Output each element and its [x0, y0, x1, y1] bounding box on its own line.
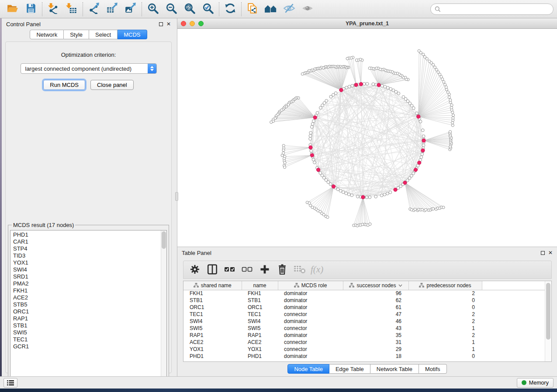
- table-cell[interactable]: 31: [343, 339, 408, 346]
- table-cell[interactable]: STB1: [183, 297, 242, 304]
- table-cell[interactable]: 1: [408, 325, 482, 332]
- table-cell[interactable]: SWI5: [183, 325, 242, 332]
- table-cell[interactable]: 62: [343, 297, 408, 304]
- column-header-name[interactable]: name: [242, 281, 278, 290]
- table-cell[interactable]: ORC1: [242, 304, 278, 311]
- window-zoom-icon[interactable]: [198, 21, 204, 26]
- export-image-button[interactable]: [121, 1, 140, 17]
- table-cell[interactable]: FKH1: [183, 290, 242, 297]
- table-cell[interactable]: ACE2: [242, 339, 278, 346]
- tab-network[interactable]: Network: [30, 30, 64, 39]
- mcds-result-item[interactable]: RAP1: [13, 315, 166, 322]
- zoom-in-button[interactable]: [144, 1, 162, 17]
- tab-node-table[interactable]: Node Table: [287, 364, 329, 374]
- table-cell[interactable]: 61: [343, 304, 408, 311]
- mcds-result-item[interactable]: TID3: [13, 252, 166, 259]
- table-cell[interactable]: PHD1: [183, 353, 242, 360]
- table-cell[interactable]: ORC1: [183, 304, 242, 311]
- hide-selected-button[interactable]: [280, 1, 298, 17]
- table-cell[interactable]: [482, 325, 545, 332]
- mcds-result-item[interactable]: FKH1: [13, 287, 166, 294]
- mcds-result-item[interactable]: GCR1: [13, 343, 166, 350]
- table-cell[interactable]: SWI4: [183, 318, 242, 325]
- save-session-button[interactable]: [22, 1, 40, 17]
- table-cell[interactable]: 43: [343, 325, 408, 332]
- table-cell[interactable]: 2: [408, 290, 482, 297]
- tab-style[interactable]: Style: [64, 30, 89, 39]
- add-row-button[interactable]: [257, 262, 273, 277]
- close-panel-icon[interactable]: ✕: [166, 21, 171, 27]
- mcds-result-item[interactable]: ACE2: [13, 294, 166, 301]
- table-cell[interactable]: [482, 318, 545, 325]
- import-network-button[interactable]: [44, 1, 62, 17]
- table-scrollbar[interactable]: [545, 281, 551, 361]
- table-cell[interactable]: TEC1: [183, 311, 242, 318]
- table-cell[interactable]: SWI5: [242, 325, 278, 332]
- table-cell[interactable]: 29: [343, 346, 408, 353]
- memory-button[interactable]: Memory: [517, 378, 554, 388]
- table-cell[interactable]: [482, 339, 545, 346]
- mcds-result-item[interactable]: PMA2: [13, 280, 166, 287]
- mcds-result-item[interactable]: YOX1: [13, 259, 166, 266]
- table-cell[interactable]: 96: [343, 290, 408, 297]
- table-cell[interactable]: 0: [408, 304, 482, 311]
- table-cell[interactable]: STB1: [242, 297, 278, 304]
- network-window-titlebar[interactable]: YPA_prune.txt_1: [177, 18, 557, 29]
- mcds-result-item[interactable]: STB5: [13, 301, 166, 308]
- table-cell[interactable]: 46: [343, 318, 408, 325]
- mcds-result-item[interactable]: PHD1: [13, 231, 166, 238]
- table-cell[interactable]: connector: [278, 339, 343, 346]
- delete-row-button[interactable]: [274, 262, 290, 277]
- mcds-result-item[interactable]: ORC1: [13, 308, 166, 315]
- refresh-button[interactable]: [221, 1, 239, 17]
- table-cell[interactable]: connector: [278, 311, 343, 318]
- window-minimize-icon[interactable]: [190, 21, 195, 26]
- duplicate-network-button[interactable]: [243, 1, 262, 17]
- close-table-panel-icon[interactable]: ✕: [548, 250, 553, 255]
- table-cell[interactable]: [482, 304, 545, 311]
- table-cell[interactable]: YOX1: [242, 346, 278, 353]
- table-cell[interactable]: PHD1: [242, 353, 278, 360]
- table-cell[interactable]: dominator: [278, 290, 343, 297]
- column-header-successor-nodes[interactable]: successor nodes: [343, 281, 408, 290]
- table-cell[interactable]: 47: [343, 311, 408, 318]
- table-cell[interactable]: [482, 346, 545, 353]
- table-row[interactable]: FKH1FKH1dominator962: [183, 290, 545, 297]
- table-cell[interactable]: 0: [408, 353, 482, 360]
- table-cell[interactable]: 1: [408, 339, 482, 346]
- table-cell[interactable]: dominator: [278, 297, 343, 304]
- mcds-result-item[interactable]: CAR1: [13, 238, 166, 245]
- show-columns-button[interactable]: [204, 262, 220, 277]
- table-cell[interactable]: 1: [408, 346, 482, 353]
- tab-network-table[interactable]: Network Table: [370, 364, 419, 374]
- column-header-predecessor-nodes[interactable]: predecessor nodes: [408, 281, 482, 290]
- table-cell[interactable]: [482, 353, 545, 360]
- table-cell[interactable]: [482, 297, 545, 304]
- table-cell[interactable]: YOX1: [183, 346, 242, 353]
- mcds-result-item[interactable]: SWI4: [13, 266, 166, 273]
- table-row[interactable]: PHD1PHD1dominator180: [183, 353, 545, 360]
- table-cell[interactable]: 0: [408, 297, 482, 304]
- float-table-panel-icon[interactable]: [541, 251, 545, 255]
- criterion-dropdown[interactable]: largest connected component (undirected): [21, 63, 157, 74]
- tab-edge-table[interactable]: Edge Table: [329, 364, 370, 374]
- export-network-button[interactable]: [85, 1, 103, 17]
- table-row[interactable]: SWI4SWI4dominator462: [183, 318, 545, 325]
- table-cell[interactable]: RAP1: [183, 332, 242, 339]
- tab-select[interactable]: Select: [89, 30, 118, 39]
- zoom-selected-button[interactable]: [199, 1, 217, 17]
- table-cell[interactable]: 2: [408, 318, 482, 325]
- zoom-fit-button[interactable]: [180, 1, 199, 17]
- table-cell[interactable]: FKH1: [242, 290, 278, 297]
- zoom-out-button[interactable]: [162, 1, 180, 17]
- table-cell[interactable]: ACE2: [183, 339, 242, 346]
- mcds-result-item[interactable]: STP4: [13, 245, 166, 252]
- mcds-result-item[interactable]: TEC1: [13, 336, 166, 343]
- mcds-result-item[interactable]: SRD1: [13, 273, 166, 280]
- float-panel-icon[interactable]: [159, 22, 163, 26]
- table-cell[interactable]: 18: [343, 353, 408, 360]
- search-input[interactable]: [441, 6, 549, 12]
- table-cell[interactable]: dominator: [278, 353, 343, 360]
- table-cell[interactable]: dominator: [278, 304, 343, 311]
- window-close-icon[interactable]: [181, 21, 186, 26]
